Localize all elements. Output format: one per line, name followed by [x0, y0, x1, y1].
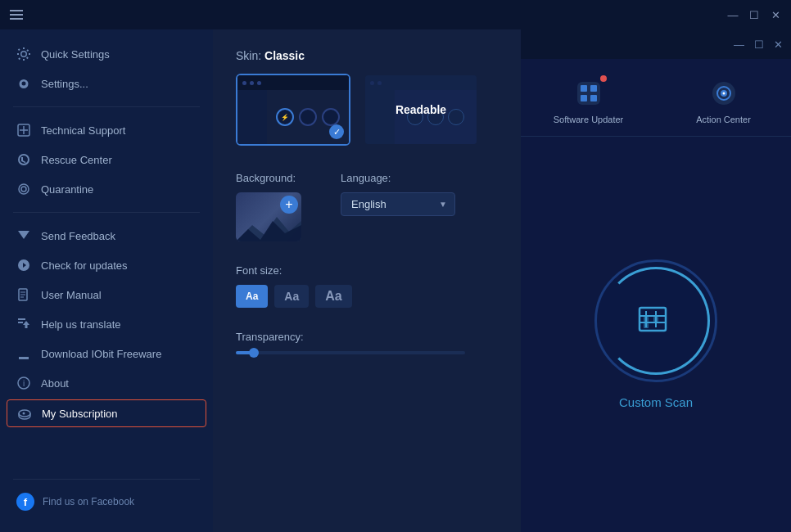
action-center-icon-wrap: [707, 77, 740, 110]
svg-rect-19: [590, 95, 597, 101]
technical-support-icon: [16, 123, 31, 138]
menu-icon[interactable]: [10, 10, 23, 20]
font-size-small-button[interactable]: Aa: [236, 285, 268, 308]
sidebar-item-quick-settings[interactable]: Quick Settings: [0, 39, 213, 69]
language-group: Language: English Chinese French German …: [341, 172, 455, 241]
svg-rect-18: [581, 95, 587, 101]
svg-point-4: [21, 187, 26, 192]
quarantine-icon: [16, 182, 31, 196]
right-panel: — ☐ ✕ Software: [521, 29, 791, 532]
readable-overlay: Readable: [365, 75, 477, 144]
sidebar-divider-1: [13, 106, 200, 107]
sidebar-item-my-subscription[interactable]: My Subscription: [7, 399, 206, 427]
facebook-link[interactable]: f Find us on Facebook: [0, 485, 213, 519]
check-updates-icon: [16, 258, 31, 273]
font-size-medium-button[interactable]: Aa: [274, 285, 309, 308]
sidebar-label-user-manual: User Manual: [41, 289, 102, 301]
skin-label: Skin: Classic: [236, 49, 498, 62]
language-select[interactable]: English Chinese French German Spanish: [341, 192, 455, 216]
svg-rect-29: [644, 317, 649, 322]
action-center-label: Action Center: [696, 115, 751, 124]
sidebar-label-quarantine: Quarantine: [41, 183, 93, 196]
sidebar-bottom: f Find us on Facebook: [0, 467, 213, 525]
settings-icon: [16, 76, 31, 91]
right-scan-area: Custom Scan: [521, 137, 791, 532]
facebook-icon: f: [16, 493, 34, 511]
sidebar-label-my-subscription: My Subscription: [42, 408, 117, 420]
quick-settings-icon: [16, 47, 31, 61]
background-group: Background: +: [236, 172, 301, 241]
software-updater-tool[interactable]: Software Updater: [521, 69, 656, 136]
software-updater-badge: [600, 75, 607, 82]
right-maximize-button[interactable]: ☐: [754, 38, 764, 51]
svg-marker-14: [236, 221, 301, 241]
about-icon: i: [16, 376, 31, 390]
transparency-slider[interactable]: [236, 351, 465, 354]
background-picker[interactable]: +: [236, 192, 301, 241]
sidebar-middle-section: Technical Support Rescue Center: [0, 112, 213, 207]
font-size-large-button[interactable]: Aa: [315, 285, 351, 308]
minimize-button[interactable]: —: [727, 9, 739, 20]
sidebar-item-settings[interactable]: Settings...: [0, 69, 213, 98]
sidebar-item-quarantine[interactable]: Quarantine: [0, 174, 213, 204]
sidebar-item-rescue-center[interactable]: Rescue Center: [0, 145, 213, 174]
skin-readable-thumb[interactable]: Readable: [364, 74, 478, 146]
sidebar-divider-3: [13, 479, 200, 480]
subscription-icon: [17, 406, 32, 421]
right-close-button[interactable]: ✕: [774, 38, 783, 51]
language-select-wrapper: English Chinese French German Spanish ▼: [341, 192, 455, 216]
svg-rect-31: [644, 323, 649, 328]
app-window: — ☐ ✕ Quick Settings: [0, 0, 791, 532]
software-updater-label: Software Updater: [554, 115, 624, 124]
sidebar-item-user-manual[interactable]: User Manual: [0, 280, 213, 309]
font-size-label: Font size:: [236, 264, 498, 277]
svg-rect-17: [590, 85, 597, 92]
transparency-section: Transparency:: [236, 331, 498, 354]
title-bar-controls: — ☐ ✕: [727, 9, 781, 20]
sidebar-label-about: About: [41, 377, 69, 390]
download-icon: [16, 346, 31, 361]
settings-row-bg-lang: Background: + Language: English: [236, 172, 498, 241]
close-button[interactable]: ✕: [770, 9, 781, 20]
background-label: Background:: [236, 172, 301, 184]
content-area: Skin: Classic: [213, 29, 521, 532]
transparency-thumb[interactable]: [249, 348, 259, 358]
sidebar-label-settings: Settings...: [41, 78, 88, 90]
custom-scan-label: Custom Scan: [619, 395, 693, 409]
sidebar-item-technical-support[interactable]: Technical Support: [0, 115, 213, 145]
svg-point-12: [23, 413, 25, 415]
sidebar-label-technical-support: Technical Support: [41, 124, 125, 137]
sidebar-item-about[interactable]: i About: [0, 368, 213, 398]
sidebar: Quick Settings Settings...: [0, 29, 213, 532]
main-layout: Quick Settings Settings...: [0, 29, 791, 532]
right-minimize-button[interactable]: —: [734, 38, 744, 51]
sidebar-item-send-feedback[interactable]: Send Feedback: [0, 221, 213, 250]
rescue-center-icon: [16, 152, 31, 167]
user-manual-icon: [16, 287, 31, 302]
sidebar-item-download-freeware[interactable]: Download IObit Freeware: [0, 339, 213, 368]
sidebar-label-quick-settings: Quick Settings: [41, 48, 110, 61]
svg-point-3: [19, 184, 29, 194]
sidebar-item-check-updates[interactable]: Check for updates: [0, 250, 213, 280]
custom-scan-button[interactable]: [594, 259, 717, 382]
sidebar-label-download-freeware: Download IObit Freeware: [41, 348, 161, 360]
transparency-label: Transparency:: [236, 331, 498, 343]
title-bar: — ☐ ✕: [0, 0, 791, 29]
custom-scan-icon: [631, 296, 680, 345]
skin-selected-checkmark: ✓: [329, 124, 344, 139]
sidebar-label-help-translate: Help us translate: [41, 318, 121, 331]
facebook-label: Find us on Facebook: [43, 496, 134, 507]
title-bar-left: [10, 10, 23, 20]
software-updater-icon-wrap: [572, 77, 605, 110]
right-tools-bar: Software Updater Action Center: [521, 59, 791, 137]
sidebar-item-help-translate[interactable]: Help us translate: [0, 309, 213, 339]
action-center-tool[interactable]: Action Center: [656, 69, 791, 136]
skin-classic-thumb[interactable]: ⚡ ✓: [236, 74, 350, 146]
language-label: Language:: [341, 172, 455, 184]
background-add-button[interactable]: +: [280, 196, 298, 214]
maximize-button[interactable]: ☐: [748, 9, 760, 20]
svg-rect-15: [577, 82, 600, 105]
sidebar-top-section: Quick Settings Settings...: [0, 36, 213, 101]
svg-rect-16: [581, 85, 587, 92]
sidebar-divider-2: [13, 212, 200, 213]
